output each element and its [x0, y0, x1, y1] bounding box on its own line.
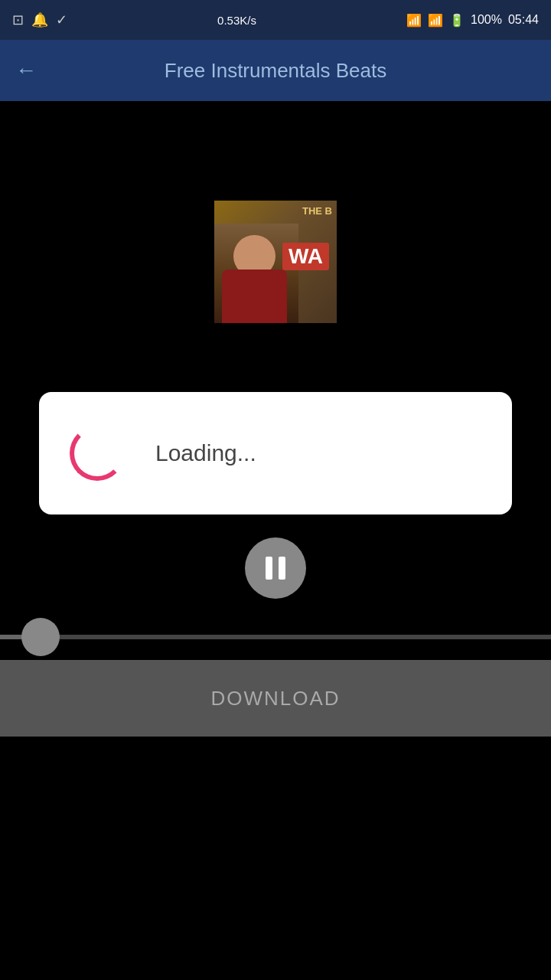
pause-bar-right	[279, 557, 285, 580]
pause-bar-left	[266, 557, 272, 580]
status-right: 📶 📶 🔋 100% 05:44	[406, 13, 539, 28]
wifi-icon: 📶	[406, 13, 422, 28]
progress-track	[0, 635, 551, 639]
status-bar: ⊡ 🔔 ✓ 0.53K/s 📶 📶 🔋 100% 05:44	[0, 0, 551, 40]
loading-dialog: Loading...	[39, 392, 512, 514]
album-art-image: THE B WA	[214, 201, 337, 323]
check-icon: ✓	[56, 11, 67, 28]
pause-icon	[266, 557, 285, 580]
loading-text: Loading...	[155, 440, 256, 466]
controls-area: DOWNLOAD	[0, 522, 551, 737]
album-art-area: THE B WA	[0, 101, 551, 423]
network-speed: 0.53K/s	[217, 14, 256, 27]
album-art-person	[214, 224, 298, 323]
download-button-label: DOWNLOAD	[210, 687, 340, 710]
album-art-title-text: THE B	[302, 205, 332, 217]
battery-percent: 100%	[471, 13, 502, 27]
loading-spinner	[70, 426, 125, 481]
status-icons-left: ⊡ 🔔 ✓	[12, 11, 67, 28]
back-button[interactable]: ←	[15, 58, 37, 83]
main-content: THE B WA Loading... DOWNLOAD	[0, 101, 551, 737]
page-title: Free Instrumentals Beats	[52, 59, 499, 83]
progress-area[interactable]	[0, 614, 551, 660]
notification-icon: 🔔	[31, 11, 48, 28]
signal-icon: 📶	[428, 13, 443, 28]
clock: 05:44	[508, 13, 539, 27]
progress-thumb[interactable]	[21, 618, 60, 656]
image-icon: ⊡	[12, 11, 24, 28]
album-art: THE B WA	[214, 201, 337, 323]
pause-button[interactable]	[245, 537, 306, 599]
download-button[interactable]: DOWNLOAD	[0, 660, 551, 737]
battery-icon: 🔋	[449, 13, 465, 28]
toolbar: ← Free Instrumentals Beats	[0, 40, 551, 101]
album-art-wa-text: WA	[282, 243, 329, 270]
